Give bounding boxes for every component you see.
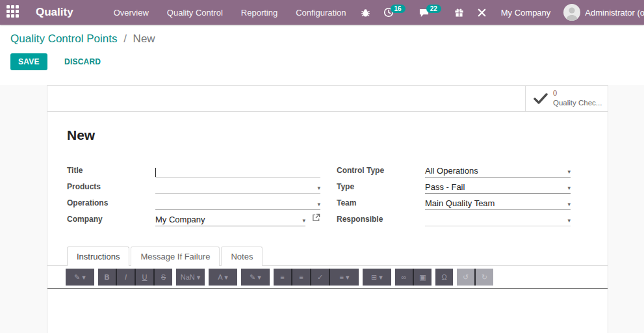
products-dropdown-caret-icon[interactable]: ▾ (313, 185, 320, 191)
field-row-operations: Operations ▾ (67, 194, 320, 210)
italic-button[interactable]: I (117, 269, 135, 286)
company-input[interactable]: My Company ▾ (155, 213, 305, 226)
type-dropdown-caret-icon[interactable]: ▾ (563, 185, 571, 191)
breadcrumb-separator: / (120, 33, 130, 45)
redo-button[interactable]: ↻ (476, 269, 493, 286)
apps-menu-icon[interactable] (6, 5, 19, 20)
breadcrumb: Quality Control Points / New (10, 33, 634, 46)
quality-checks-label: Quality Chec... (553, 98, 602, 107)
text-cursor (155, 168, 156, 177)
breadcrumb-parent-link[interactable]: Quality Control Points (10, 33, 117, 45)
user-avatar (563, 4, 580, 21)
image-button[interactable]: ▣ (414, 269, 431, 286)
team-dropdown-caret-icon[interactable]: ▾ (563, 201, 571, 207)
form-statusbar: 0 Quality Chec... (47, 86, 608, 112)
toolbar-group-style: ✎ ▾ (66, 269, 94, 286)
special-character-button[interactable]: Ω (435, 269, 453, 286)
app-name[interactable]: Quality (36, 6, 73, 19)
user-menu[interactable]: Administrator (odoo1 (563, 4, 644, 21)
responsible-input[interactable]: ▾ (425, 213, 571, 226)
table-button[interactable]: ⊞ ▾ (363, 269, 391, 286)
company-switcher[interactable]: My Company (495, 8, 561, 18)
field-grid: Title Products ▾ Oper (67, 161, 588, 226)
team-input[interactable]: Main Quality Team ▾ (425, 196, 571, 210)
strikethrough-button[interactable]: S (155, 269, 172, 286)
control-panel: Quality Control Points / New SAVE DISCAR… (0, 25, 644, 77)
form-sheet: 0 Quality Chec... New Title (47, 85, 608, 333)
responsible-dropdown-caret-icon[interactable]: ▾ (563, 217, 571, 224)
quality-checks-smart-button[interactable]: 0 Quality Chec... (525, 86, 608, 111)
sheet-body: New Title Products (47, 112, 608, 226)
operations-input[interactable]: ▾ (155, 196, 320, 210)
discard-button[interactable]: DISCARD (55, 53, 110, 70)
activities-clock-icon[interactable]: 16 (378, 3, 411, 21)
activities-count-badge: 16 (391, 5, 406, 13)
underline-button[interactable]: U (136, 269, 153, 286)
link-button[interactable]: ∞ (395, 269, 413, 286)
font-size-button[interactable]: NaN ▾ (176, 269, 205, 286)
debug-bug-icon[interactable] (355, 4, 376, 21)
toolbar-group-special: Ω (435, 269, 453, 286)
type-value: Pass - Fail (425, 182, 465, 192)
text-color-button[interactable]: A ▾ (209, 269, 237, 286)
control-type-value: All Operations (425, 166, 478, 176)
menu-item-quality-control[interactable]: Quality Control (158, 1, 232, 24)
tools-icon[interactable] (472, 4, 492, 21)
alignment-button[interactable]: ≡ ▾ (330, 269, 359, 286)
tab-message-if-failure[interactable]: Message If Failure (131, 246, 220, 266)
gift-icon[interactable] (449, 4, 469, 21)
company-dropdown-caret-icon[interactable]: ▾ (298, 217, 305, 224)
unordered-list-button[interactable]: ≡ (274, 269, 291, 286)
operations-dropdown-caret-icon[interactable]: ▾ (313, 201, 320, 207)
content-area: 0 Quality Chec... New Title (0, 85, 644, 333)
products-input[interactable]: ▾ (155, 180, 320, 194)
menu-item-configuration[interactable]: Configuration (287, 1, 355, 24)
save-button[interactable]: SAVE (10, 53, 47, 70)
messages-chat-icon[interactable]: 22 (413, 4, 446, 21)
toolbar-group-text-color: A ▾ (209, 269, 237, 286)
checklist-button[interactable]: ✓ (311, 269, 329, 286)
type-select[interactable]: Pass - Fail ▾ (425, 180, 571, 194)
menu-item-overview[interactable]: Overview (105, 1, 158, 24)
user-name: Administrator (odoo1 (585, 8, 644, 18)
operations-label: Operations (67, 198, 155, 210)
company-label: Company (67, 215, 155, 226)
breadcrumb-current: New (133, 33, 155, 45)
toolbar-group-history: ↺ ↻ (457, 269, 493, 286)
editor-toolbar: ✎ ▾ B I U S NaN ▾ A ▾ ✎ ▾ ≡ (47, 266, 608, 289)
field-row-title: Title (67, 161, 320, 178)
tab-row: Instructions Message If Failure Notes (47, 246, 608, 266)
highlight-color-button[interactable]: ✎ ▾ (241, 269, 270, 286)
control-type-select[interactable]: All Operations ▾ (425, 164, 571, 178)
paragraph-style-button[interactable]: ✎ ▾ (66, 269, 94, 286)
field-row-type: Type Pass - Fail ▾ (337, 178, 571, 194)
tab-notes[interactable]: Notes (221, 246, 263, 266)
record-title: New (67, 127, 588, 143)
systray: 16 22 My Company Administrator (odoo1 (355, 3, 644, 21)
bold-button[interactable]: B (98, 269, 116, 286)
field-column-right: Control Type All Operations ▾ Type Pass … (337, 161, 571, 226)
toolbar-group-table: ⊞ ▾ (363, 269, 391, 286)
title-input[interactable] (155, 164, 320, 178)
field-row-company: Company My Company ▾ (67, 210, 320, 226)
company-external-link-icon[interactable] (312, 213, 320, 226)
toolbar-group-lists: ≡ ≡ ✓ ≡ ▾ (274, 269, 359, 286)
toolbar-group-highlight: ✎ ▾ (241, 269, 270, 286)
field-row-control-type: Control Type All Operations ▾ (337, 161, 571, 178)
tab-instructions[interactable]: Instructions (67, 246, 129, 266)
action-buttons: SAVE DISCARD (10, 53, 634, 70)
menu-item-reporting[interactable]: Reporting (232, 1, 287, 24)
products-label: Products (67, 182, 155, 194)
control-type-dropdown-caret-icon[interactable]: ▾ (563, 168, 571, 175)
company-value: My Company (155, 215, 205, 224)
quality-checks-count: 0 (553, 89, 602, 98)
notebook: Instructions Message If Failure Notes ✎ … (47, 246, 608, 333)
toolbar-group-format: B I U S (98, 269, 172, 286)
type-label: Type (337, 182, 425, 194)
field-row-team: Team Main Quality Team ▾ (337, 194, 571, 210)
ordered-list-button[interactable]: ≡ (292, 269, 310, 286)
check-icon (534, 93, 548, 104)
instructions-editor-area[interactable] (47, 289, 608, 333)
smart-button-stat: 0 Quality Chec... (553, 89, 602, 107)
undo-button[interactable]: ↺ (457, 269, 474, 286)
